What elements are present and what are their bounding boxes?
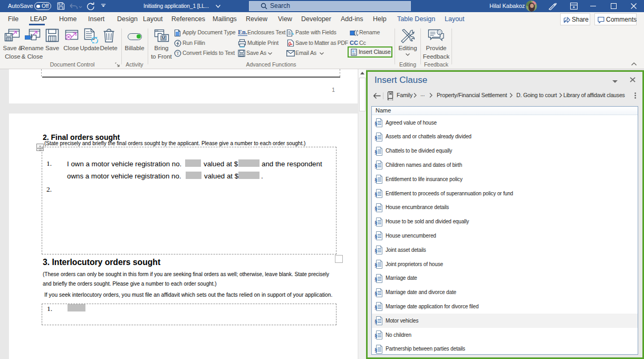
svg-text:T: T: [176, 51, 179, 56]
svg-text:M: M: [161, 35, 166, 41]
